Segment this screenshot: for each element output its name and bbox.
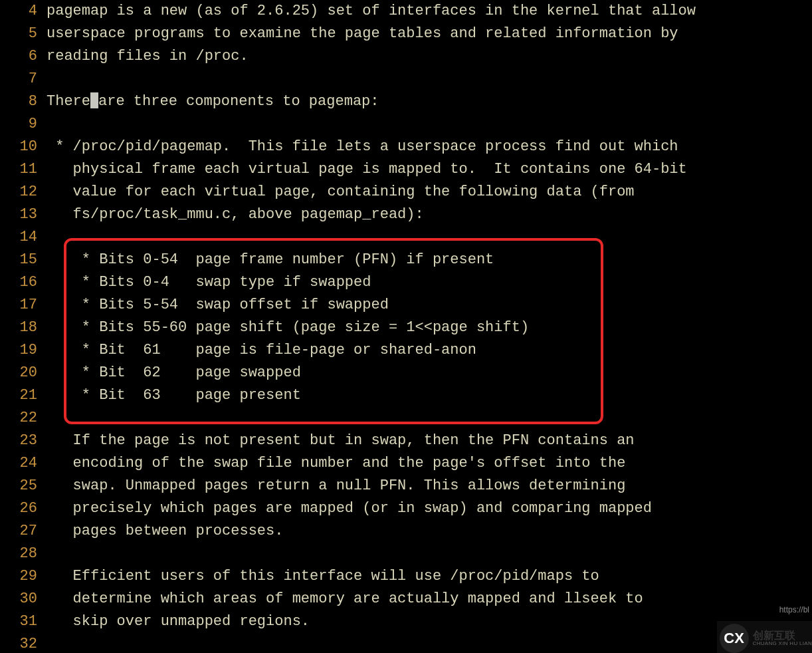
code-line[interactable]: [47, 68, 696, 90]
code-line[interactable]: reading files in /proc.: [47, 45, 696, 68]
code-line[interactable]: * Bits 55-60 page shift (page size = 1<<…: [47, 317, 696, 339]
line-number: 13: [0, 203, 37, 226]
line-number: 20: [0, 362, 37, 384]
line-number: 29: [0, 565, 37, 588]
code-line[interactable]: [47, 226, 696, 249]
line-number: 12: [0, 181, 37, 203]
line-number: 6: [0, 45, 37, 68]
code-line[interactable]: [47, 633, 696, 653]
code-line[interactable]: encoding of the swap file number and the…: [47, 452, 696, 475]
code-line[interactable]: * Bits 5-54 swap offset if swapped: [47, 294, 696, 317]
code-line[interactable]: * Bit 61 page is file-page or shared-ano…: [47, 339, 696, 362]
line-number: 5: [0, 23, 37, 45]
code-line[interactable]: pages between processes.: [47, 520, 696, 543]
code-line[interactable]: determine which areas of memory are actu…: [47, 588, 696, 610]
code-line[interactable]: Thereare three components to pagemap:: [47, 90, 696, 113]
watermark-logo-icon: CX: [720, 624, 749, 653]
code-line[interactable]: swap. Unmapped pages return a null PFN. …: [47, 475, 696, 497]
watermark-en-text: CHUANG XIN HU LIAN: [753, 641, 812, 647]
line-number: 23: [0, 430, 37, 452]
line-number: 16: [0, 271, 37, 294]
text-editor[interactable]: 4567891011121314151617181920212223242526…: [0, 0, 812, 653]
code-line[interactable]: * Bit 62 page swapped: [47, 362, 696, 384]
watermark-cn-text: 创新互联: [753, 630, 812, 642]
code-line[interactable]: * Bit 63 page present: [47, 384, 696, 407]
line-number: 11: [0, 158, 37, 181]
line-number: 22: [0, 407, 37, 430]
line-number: 14: [0, 226, 37, 249]
line-number: 21: [0, 384, 37, 407]
watermark-url: https://bl: [779, 598, 812, 621]
code-line[interactable]: Efficient users of this interface will u…: [47, 565, 696, 588]
line-number: 31: [0, 610, 37, 633]
code-line[interactable]: * Bits 0-4 swap type if swapped: [47, 271, 696, 294]
code-line[interactable]: [47, 113, 696, 136]
code-line[interactable]: userspace programs to examine the page t…: [47, 23, 696, 45]
line-number: 18: [0, 317, 37, 339]
code-line[interactable]: * Bits 0-54 page frame number (PFN) if p…: [47, 249, 696, 271]
code-line[interactable]: skip over unmapped regions.: [47, 610, 696, 633]
line-number: 24: [0, 452, 37, 475]
code-text: There: [47, 93, 90, 110]
code-line[interactable]: * /proc/pid/pagemap. This file lets a us…: [47, 136, 696, 158]
line-number: 7: [0, 68, 37, 90]
line-number: 27: [0, 520, 37, 543]
line-number: 17: [0, 294, 37, 317]
line-number: 25: [0, 475, 37, 497]
line-number: 19: [0, 339, 37, 362]
line-number: 10: [0, 136, 37, 158]
line-number: 4: [0, 0, 37, 23]
code-content[interactable]: pagemap is a new (as of 2.6.25) set of i…: [41, 0, 696, 653]
watermark-logo: CX 创新互联 CHUANG XIN HU LIAN: [717, 621, 812, 653]
line-number: 9: [0, 113, 37, 136]
text-cursor: [90, 92, 98, 108]
code-line[interactable]: [47, 407, 696, 430]
code-text: are three components to pagemap:: [98, 93, 379, 110]
watermark: https://bl CX 创新互联 CHUANG XIN HU LIAN: [717, 598, 812, 653]
code-line[interactable]: pagemap is a new (as of 2.6.25) set of i…: [47, 0, 696, 23]
line-number: 28: [0, 543, 37, 565]
code-line[interactable]: fs/proc/task_mmu.c, above pagemap_read):: [47, 203, 696, 226]
line-number: 32: [0, 633, 37, 653]
line-number: 30: [0, 588, 37, 610]
code-line[interactable]: If the page is not present but in swap, …: [47, 430, 696, 452]
code-line[interactable]: value for each virtual page, containing …: [47, 181, 696, 203]
line-number-gutter: 4567891011121314151617181920212223242526…: [0, 0, 41, 653]
code-line[interactable]: precisely which pages are mapped (or in …: [47, 497, 696, 520]
line-number: 26: [0, 497, 37, 520]
line-number: 15: [0, 249, 37, 271]
code-line[interactable]: physical frame each virtual page is mapp…: [47, 158, 696, 181]
code-line[interactable]: [47, 543, 696, 565]
watermark-logo-text: 创新互联 CHUANG XIN HU LIAN: [753, 630, 812, 647]
line-number: 8: [0, 90, 37, 113]
